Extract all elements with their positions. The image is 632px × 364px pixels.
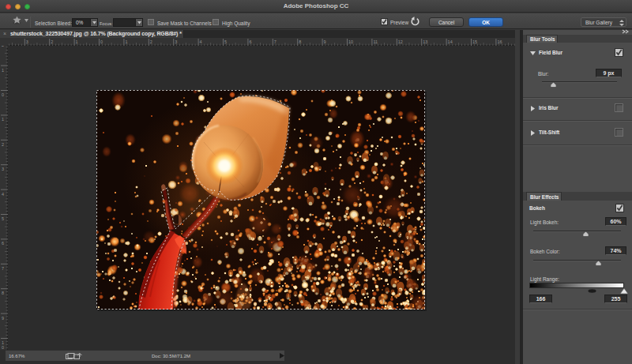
svg-text:8: 8 (299, 39, 301, 44)
svg-text:2: 2 (51, 39, 53, 44)
svg-text:9: 9 (324, 39, 326, 44)
svg-text:0: 0 (2, 92, 4, 97)
svg-text:11: 11 (373, 39, 378, 44)
svg-text:1: 1 (125, 39, 127, 44)
svg-text:4: 4 (2, 192, 4, 197)
svg-text:1: 1 (2, 68, 4, 73)
svg-text:1: 1 (76, 39, 78, 44)
svg-text:4: 4 (200, 39, 202, 44)
svg-text:16: 16 (497, 39, 502, 44)
svg-text:15: 15 (472, 39, 477, 44)
svg-text:9: 9 (2, 316, 4, 321)
svg-text:1: 1 (2, 117, 4, 122)
svg-text:3: 3 (175, 39, 177, 44)
svg-text:10: 10 (348, 39, 353, 44)
svg-text:3: 3 (2, 167, 4, 171)
svg-text:5: 5 (224, 39, 227, 44)
svg-text:7: 7 (2, 266, 4, 271)
svg-text:0: 0 (100, 39, 103, 44)
svg-text:6: 6 (249, 39, 251, 44)
svg-text:8: 8 (2, 291, 4, 295)
svg-text:6: 6 (2, 241, 4, 246)
svg-text:2: 2 (2, 142, 4, 147)
svg-text:14: 14 (448, 39, 453, 44)
svg-text:7: 7 (274, 39, 276, 44)
svg-text:13: 13 (423, 39, 427, 44)
svg-text:3: 3 (26, 39, 28, 44)
svg-text:5: 5 (2, 216, 4, 221)
svg-text:12: 12 (398, 39, 403, 44)
svg-text:2: 2 (150, 39, 152, 44)
